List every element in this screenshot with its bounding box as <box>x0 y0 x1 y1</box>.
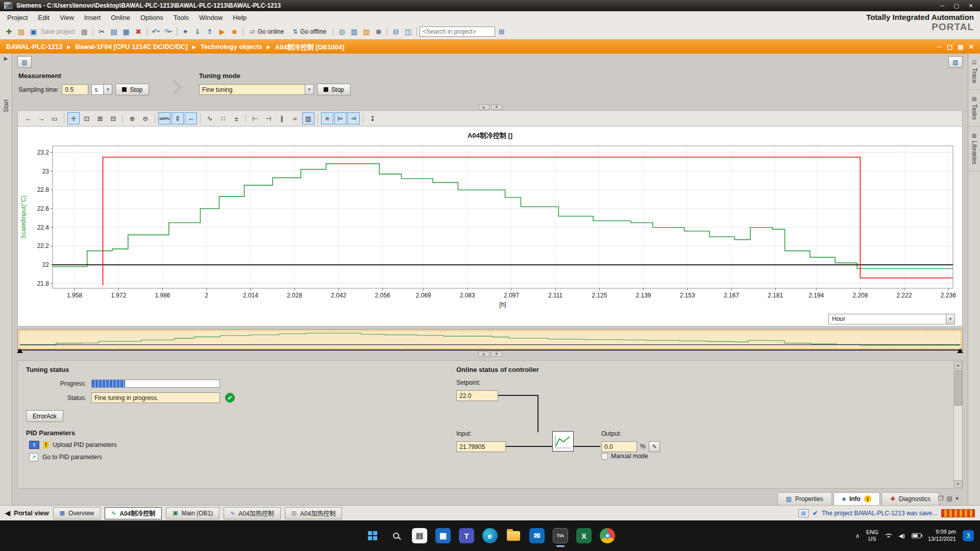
zoom-area-icon[interactable]: ⊡ <box>81 112 93 124</box>
trace-overview-strip[interactable] <box>17 329 963 350</box>
editor-tab-heating-control-object[interactable]: ▨ A04加热控制 <box>285 507 342 519</box>
trace-chart[interactable]: 21.82222.222.422.622.82323.21.9581.9721.… <box>18 141 962 312</box>
autoscale-y-icon[interactable]: ⇕ <box>172 112 184 124</box>
zoom-out-icon[interactable]: ⊖ <box>139 112 152 124</box>
upload-from-device-icon[interactable]: ⇑ <box>204 26 216 37</box>
sampling-unit-dropdown-icon[interactable]: ▼ <box>104 84 112 95</box>
search-input[interactable] <box>420 27 495 37</box>
time-base-select[interactable]: Hour ▼ <box>828 314 955 324</box>
menu-options[interactable]: Options <box>135 12 168 23</box>
download-to-device-icon[interactable]: ⇓ <box>192 26 204 37</box>
new-project-icon[interactable]: ✚ <box>3 26 15 37</box>
legend-icon[interactable]: ≡ <box>321 112 333 124</box>
file-explorer-icon[interactable] <box>506 528 521 543</box>
split-editor-horizontal-icon[interactable]: ⊟ <box>390 26 402 37</box>
excel-icon[interactable]: X <box>576 528 592 543</box>
outlook-icon[interactable]: ✉ <box>529 528 545 543</box>
editor-tab-heating-control-trace[interactable]: ∿ A04加热控制 <box>224 507 281 519</box>
menu-view[interactable]: View <box>55 12 79 23</box>
collapse-up-icon[interactable]: ▲ <box>478 105 489 110</box>
teams-icon[interactable]: T <box>459 528 474 543</box>
horizontal-measure-icon[interactable]: = <box>289 112 301 124</box>
file-icon[interactable]: ▤ <box>412 528 427 543</box>
vertical-measure-icon[interactable]: ∥ <box>276 112 288 124</box>
breadcrumb-project[interactable]: BAWAL-PLC-1213 <box>6 43 63 51</box>
breadcrumb-device[interactable]: Bawal-1F04 [CPU 1214C DC/DC/DC] <box>75 43 187 51</box>
menu-tools[interactable]: Tools <box>168 12 194 23</box>
sampling-time-input[interactable]: 0.5 <box>62 84 88 95</box>
undo-button[interactable]: ↶▾ <box>150 26 162 37</box>
breadcrumb-object[interactable]: A04制冷控制 [DB1004] <box>275 42 345 52</box>
project-library-icon[interactable]: ⊞ <box>496 26 507 37</box>
editor-dock-icon[interactable]: ▤ <box>958 43 964 51</box>
ruler-icon[interactable]: ▥ <box>302 112 314 124</box>
error-ack-button[interactable]: ErrorAck <box>26 410 63 422</box>
zoom-in-icon[interactable]: ⊕ <box>126 112 138 124</box>
maximize-window-icon[interactable]: ▢ <box>951 2 962 10</box>
trace-options-icon[interactable]: ▨ <box>948 56 963 68</box>
expand-project-tree-icon[interactable]: ▶ <box>4 54 8 64</box>
delete-icon[interactable]: ✖ <box>133 26 144 37</box>
zoom-y-region-icon[interactable]: ⊟ <box>107 112 119 124</box>
stop-cpu-icon[interactable]: ■ <box>229 26 240 37</box>
simulation-icon[interactable]: ▥ <box>348 26 360 37</box>
tab-info[interactable]: ⚹ Info i <box>834 492 880 505</box>
sidebar-tab-tasks[interactable]: ▤ Tasks <box>968 90 980 127</box>
zoom-x-region-icon[interactable]: ⊞ <box>94 112 106 124</box>
edge-icon[interactable]: e <box>482 528 498 543</box>
menu-project[interactable]: Project <box>2 12 33 23</box>
widgets-icon[interactable]: ▦ <box>435 528 451 543</box>
collapse-down-icon[interactable]: ▼ <box>491 352 502 357</box>
clock[interactable]: 9:09 pm 13/12/2021 <box>928 529 956 543</box>
menu-edit[interactable]: Edit <box>33 12 54 23</box>
collapse-down-icon[interactable]: ▼ <box>491 105 502 110</box>
tia-portal-icon[interactable]: TIA <box>553 528 568 543</box>
wifi-icon[interactable] <box>885 534 892 538</box>
tuning-stop-button[interactable]: Stop <box>317 84 351 95</box>
collapse-up-icon[interactable]: ▲ <box>478 352 489 357</box>
samples-icon[interactable]: ∷ <box>217 112 229 124</box>
sidebar-tab-start[interactable]: Start <box>3 99 10 112</box>
editor-tab-cooling-control[interactable]: ∿ A04制冷控制 <box>105 507 162 519</box>
measure-cursor-2-icon[interactable]: ⊣ <box>262 112 275 124</box>
print-icon[interactable]: ▩ <box>79 26 90 37</box>
tray-expand-icon[interactable]: ∧ <box>855 533 860 539</box>
start-cpu-icon[interactable]: ▶ <box>216 26 228 37</box>
export-measurement-icon[interactable]: ↧ <box>366 112 379 124</box>
time-base-dropdown-icon[interactable]: ▼ <box>946 314 954 324</box>
collapse-panel-icon[interactable]: ▤ <box>947 495 952 502</box>
output-edit-button[interactable]: ✎ <box>649 441 660 452</box>
language-indicator[interactable]: ENG US <box>866 529 878 542</box>
editor-minimize-icon[interactable]: ─ <box>938 43 942 51</box>
float-panel-icon[interactable]: ❐ <box>938 495 944 502</box>
breadcrumb-technology-objects[interactable]: Technology objects <box>201 43 262 51</box>
trace-configuration-icon[interactable]: ▧ <box>17 56 32 68</box>
copy-icon[interactable]: ▤ <box>108 26 120 37</box>
upload-pid-label[interactable]: Upload PID parameters <box>53 441 116 448</box>
tab-diagnostics[interactable]: ✚ Diagnostics <box>881 492 939 505</box>
menu-window[interactable]: Window <box>194 12 228 23</box>
manual-mode-checkbox[interactable] <box>601 453 608 460</box>
decimal-places-icon[interactable]: ± <box>230 112 242 124</box>
browser-icon[interactable] <box>600 528 615 543</box>
editor-restore-icon[interactable]: ▢ <box>947 43 952 51</box>
legend-right-icon[interactable]: ⫤ <box>348 112 360 124</box>
back-view-icon[interactable]: ← <box>22 112 34 124</box>
measurement-stop-button[interactable]: Stop <box>115 84 149 95</box>
legend-left-icon[interactable]: ⊨ <box>334 112 347 124</box>
compile-icon[interactable]: ✦ <box>180 26 191 37</box>
notification-badge[interactable]: 3 <box>963 530 974 541</box>
interpolation-icon[interactable]: ∿ <box>204 112 216 124</box>
goto-pid-row[interactable]: ↗ Go to PID parameters <box>29 453 444 461</box>
sidebar-tab-libraries[interactable]: ▥ Libraries <box>968 127 980 171</box>
go-offline-button[interactable]: ⇅ Go offline <box>288 26 330 37</box>
editor-close-icon[interactable]: ✕ <box>969 43 974 51</box>
scroll-up-icon[interactable]: ▲ <box>954 361 962 369</box>
scrollbar-thumb[interactable] <box>954 370 962 406</box>
overview-right-handle[interactable] <box>957 348 963 353</box>
panel-scrollbar[interactable]: ▲ ▼ <box>953 361 962 488</box>
menu-online[interactable]: Online <box>106 12 135 23</box>
online-diagnostics-icon[interactable]: ◎ <box>336 26 348 37</box>
menu-insert[interactable]: Insert <box>79 12 106 23</box>
sidebar-tab-trace[interactable]: ☑ Trace <box>968 54 980 90</box>
